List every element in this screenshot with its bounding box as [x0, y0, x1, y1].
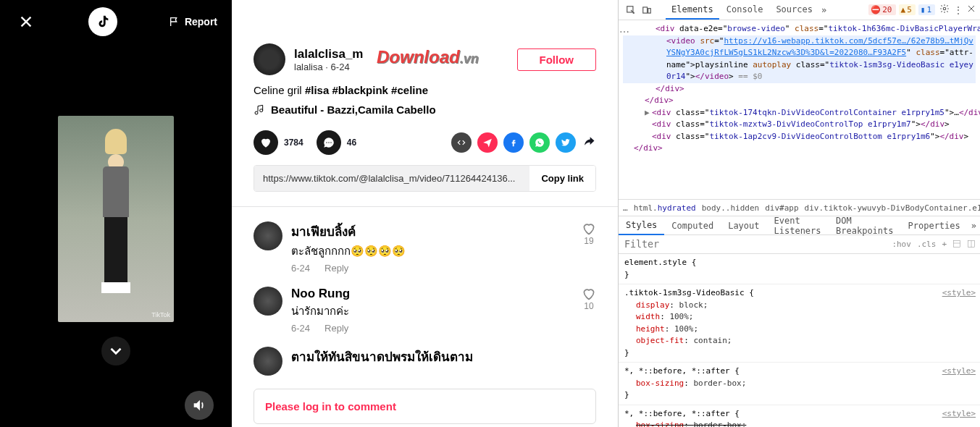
comment-button[interactable]	[317, 130, 341, 155]
breadcrumb-item[interactable]: html.hydrated	[634, 203, 696, 213]
ellipsis-icon: ⋯	[619, 26, 629, 38]
facebook-button[interactable]	[503, 132, 524, 153]
styles-filter-input[interactable]	[623, 237, 892, 251]
comment-avatar[interactable]	[254, 221, 282, 250]
twitter-button[interactable]	[556, 132, 576, 153]
next-video-button[interactable]	[101, 337, 130, 365]
close-icon	[967, 4, 976, 13]
embed-button[interactable]	[451, 132, 472, 153]
author-avatar[interactable]	[254, 43, 285, 75]
site-watermark: Download.vn	[377, 47, 479, 67]
breadcrumb-item[interactable]: body..hidden	[702, 203, 759, 213]
whatsapp-icon	[535, 138, 545, 148]
share-arrow-icon	[582, 134, 596, 148]
devtools-tab-sources[interactable]: Sources	[770, 1, 818, 20]
chevron-down-icon	[106, 342, 125, 360]
styles-tab-styles[interactable]: Styles	[619, 216, 664, 235]
video-panel: Report TikTok	[0, 0, 232, 427]
reply-button[interactable]: Reply	[324, 323, 348, 334]
music-row[interactable]: Beautiful - Bazzi,Camila Cabello	[254, 103, 596, 116]
svg-rect-6	[643, 7, 648, 12]
styles-tab-layout[interactable]: Layout	[721, 217, 766, 234]
errors-badge[interactable]: ⛔ 20	[868, 4, 895, 15]
devtools-panel: ElementsConsoleSources » ⛔ 20 ▲ 5 ▮ 1 ⋮ …	[618, 0, 980, 427]
flag-icon	[169, 16, 180, 28]
video-player[interactable]: TikTok	[58, 116, 174, 322]
like-button[interactable]	[254, 130, 278, 155]
video-caption: Celine gril #lisa #blackpink #celine	[254, 84, 596, 96]
comment-date: 6-24	[291, 323, 310, 334]
settings-button[interactable]	[939, 4, 950, 16]
tiktok-logo[interactable]	[88, 7, 117, 36]
heart-icon	[259, 136, 272, 149]
comment-author[interactable]: Noo Rung	[291, 287, 573, 301]
more-button[interactable]: ⋮	[954, 5, 963, 15]
heart-outline-icon	[582, 287, 596, 301]
report-button[interactable]: Report	[169, 16, 217, 28]
device-toggle-button[interactable]	[639, 2, 655, 18]
follow-button[interactable]: Follow	[517, 48, 597, 71]
details-panel: Download.vn lalalclisa_m lalalisa · 6-24…	[232, 0, 618, 427]
warnings-badge[interactable]: ▲ 5	[899, 4, 916, 15]
divider	[232, 206, 618, 207]
comment-icon	[322, 136, 335, 149]
tiktok-icon	[95, 14, 111, 30]
music-icon	[254, 104, 265, 116]
breadcrumb-item[interactable]: …	[623, 203, 628, 213]
comment-avatar[interactable]	[254, 287, 282, 316]
cls-button[interactable]: .cls	[917, 240, 937, 249]
facebook-icon	[508, 138, 519, 148]
svg-rect-7	[648, 8, 651, 12]
styles-tabs: StylesComputedLayoutEvent ListenersDOM B…	[619, 216, 980, 235]
close-icon	[18, 14, 34, 30]
elements-tree[interactable]: <div data-e2e="browse-video" class="tikt…	[619, 20, 980, 199]
code-icon	[456, 138, 466, 148]
devtools-toolbar: ElementsConsoleSources » ⛔ 20 ▲ 5 ▮ 1 ⋮	[619, 0, 980, 20]
inspect-button[interactable]	[623, 2, 639, 18]
styles-tabs-more[interactable]: »	[968, 217, 980, 234]
devtools-tab-console[interactable]: Console	[721, 1, 769, 20]
comment-like-button[interactable]: 19	[582, 221, 596, 274]
hov-button[interactable]: :hov	[892, 240, 911, 249]
login-prompt[interactable]: Please log in to comment	[254, 389, 596, 424]
panel-layout-icon[interactable]	[967, 240, 976, 248]
svg-rect-11	[954, 241, 960, 248]
devtools-tab-elements[interactable]: Elements	[666, 1, 719, 20]
whatsapp-button[interactable]	[529, 132, 550, 153]
comment-item: มาเฟียบลิ้งค์ ตะลัชลูกกกก🥺🥺🥺🥺 6-24Reply …	[254, 221, 596, 274]
svg-point-4	[330, 142, 332, 143]
panel-layout-icon[interactable]	[952, 240, 961, 248]
styles-tab-computed[interactable]: Computed	[664, 217, 721, 234]
video-top-bar: Report	[0, 0, 232, 43]
copy-link-button[interactable]: Copy link	[529, 166, 595, 191]
comment-item: Noo Rung น่ารักมากค่ะ 6-24Reply 10	[254, 287, 596, 334]
reply-button[interactable]: Reply	[324, 263, 348, 274]
video-url-input[interactable]: https://www.tiktok.com/@lalalclisa_m/vid…	[254, 166, 529, 191]
send-icon	[482, 138, 493, 148]
comment-like-button[interactable]: 10	[582, 287, 596, 334]
styles-rules[interactable]: element.style {}<style>.tiktok-1sm3sg-Vi…	[619, 254, 980, 427]
svg-point-3	[328, 142, 330, 143]
comment-author[interactable]: ตามให้ทันสิขนาดปพรมให้เดินตาม	[291, 347, 596, 366]
inspect-icon	[626, 5, 636, 15]
comment-item: ตามให้ทันสิขนาดปพรมให้เดินตาม	[254, 347, 596, 376]
volume-button[interactable]	[185, 391, 214, 420]
report-label: Report	[185, 16, 217, 28]
volume-icon	[191, 397, 207, 413]
video-watermark: TikTok	[151, 311, 170, 318]
tabs-more-icon[interactable]: »	[821, 5, 826, 15]
share-more-button[interactable]	[582, 134, 596, 151]
svg-point-8	[943, 7, 946, 10]
gear-icon	[939, 4, 950, 14]
hashtags[interactable]: #lisa #blackpink #celine	[305, 84, 428, 96]
issues-badge[interactable]: ▮ 1	[918, 4, 935, 15]
send-button[interactable]	[477, 132, 498, 153]
comment-author[interactable]: มาเฟียบลิ้งค์	[291, 221, 573, 241]
devtools-close-button[interactable]	[967, 4, 976, 15]
comment-avatar[interactable]	[254, 347, 282, 376]
device-icon	[642, 5, 652, 15]
new-style-button[interactable]: +	[942, 240, 947, 249]
close-button[interactable]	[14, 10, 38, 33]
styles-tab-properties[interactable]: Properties	[901, 217, 968, 234]
styles-filter-row: :hov .cls +	[619, 235, 980, 254]
